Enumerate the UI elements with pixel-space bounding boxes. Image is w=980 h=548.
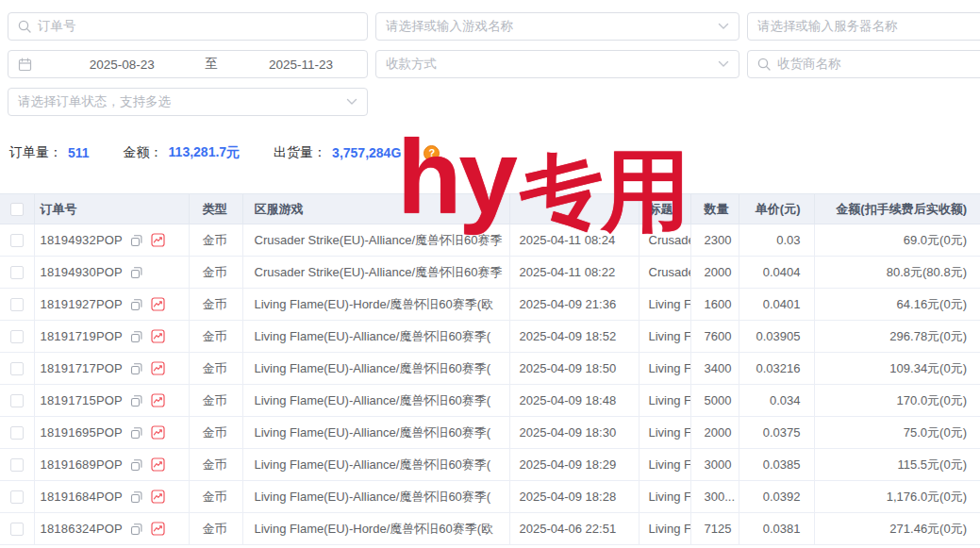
table-row: 18191715POP 金币 Living Flame(EU)-Alliance… [0,385,980,417]
quantity-cell: 5000 [690,385,739,417]
image-icon[interactable] [151,233,165,247]
type-cell: 金币 [189,449,242,481]
copy-icon[interactable] [130,490,143,504]
amount-label: 金额： [124,144,163,161]
date-separator: 至 [205,56,218,73]
title-cell: Living Flame [639,417,690,449]
row-checkbox[interactable] [10,394,24,407]
amount-cell: 271.46元(0元) [814,513,980,545]
row-checkbox[interactable] [10,330,24,343]
order-status-multiselect[interactable]: 请选择订单状态，支持多选 [8,88,368,116]
game-name-placeholder: 请选择或输入游戏名称 [386,18,513,35]
amount-cell: 170.0元(0元) [814,385,980,417]
server-name-placeholder: 请选择或输入服务器名称 [757,18,898,35]
order-number-placeholder: 订单号 [38,18,76,35]
row-checkbox[interactable] [10,234,24,247]
order-number-search-input[interactable]: 订单号 [8,12,368,41]
image-icon[interactable] [151,490,165,504]
title-cell: Living Flame [639,481,690,513]
region-game-cell: Living Flame(EU)-Alliance/魔兽怀旧60赛季( [242,321,509,353]
order-count-label: 订单量： [9,144,62,161]
order-time-cell: 2025-04-09 18:48 [509,385,639,417]
amount-cell: 75.0元(0元) [814,417,980,449]
quantity-cell: 7600 [690,321,739,353]
order-number: 18191695POP [41,425,124,440]
copy-icon[interactable] [130,330,143,343]
row-checkbox[interactable] [10,362,24,375]
type-cell: 金币 [189,289,242,321]
select-all-checkbox[interactable] [10,203,24,216]
type-cell: 金币 [189,224,242,257]
game-name-select[interactable]: 请选择或输入游戏名称 [375,12,739,41]
amount-cell: 64.16元(0元) [814,289,980,321]
copy-icon[interactable] [130,523,143,536]
date-end-value[interactable]: 2025-11-23 [244,58,357,72]
image-icon[interactable] [151,361,165,375]
amount-cell: 1,176.0元(0元) [814,481,980,513]
receiver-name-placeholder: 收货商名称 [777,56,841,73]
type-cell: 金币 [189,353,242,385]
quantity-cell: 1600 [690,289,739,321]
receiver-name-search-input[interactable]: 收货商名称 [747,50,980,78]
help-question-icon[interactable]: ? [424,145,440,161]
order-number: 18191689POP [41,457,124,472]
amount-value: 113,281.7元 [169,144,241,161]
region-game-cell: Crusader Strike(EU)-Alliance/魔兽怀旧60赛季 [242,224,509,257]
image-icon[interactable] [151,522,165,536]
order-time-cell: 2025-04-09 21:36 [509,289,639,321]
title-cell: Living Flame [639,289,690,321]
table-row: 18191719POP 金币 Living Flame(EU)-Alliance… [0,321,980,353]
title-cell: Crusader Strike [639,257,690,289]
order-number: 18194930POP [41,265,124,279]
header-order-no: 订单号 [34,194,189,224]
region-game-cell: Living Flame(EU)-Horde/魔兽怀旧60赛季(欧 [242,513,509,545]
image-icon[interactable] [151,329,165,343]
copy-icon[interactable] [130,298,143,311]
row-checkbox[interactable] [10,490,24,504]
quantity-cell: 300... [690,481,739,513]
unit-price-cell: 0.0375 [739,417,814,449]
row-checkbox[interactable] [10,426,24,440]
title-cell: Living Flame [639,353,690,385]
search-icon [18,20,31,33]
copy-icon[interactable] [130,362,143,375]
title-cell: Living Flame [639,513,690,545]
copy-icon[interactable] [130,458,143,472]
row-checkbox[interactable] [10,523,24,536]
unit-price-cell: 0.03 [739,224,814,257]
row-checkbox[interactable] [10,458,24,472]
table-row: 18194930POP 金币 Crusader Strike(EU)-Allia… [0,257,980,289]
image-icon[interactable] [151,425,165,440]
copy-icon[interactable] [130,266,143,279]
order-number: 18186324POP [41,522,124,536]
payment-method-select[interactable]: 收款方式 [375,50,739,78]
title-cell: Crusader Strike [639,224,690,257]
row-checkbox[interactable] [10,298,24,311]
copy-icon[interactable] [130,394,143,407]
copy-icon[interactable] [130,426,143,440]
date-start-value[interactable]: 2025-08-23 [65,58,178,72]
order-time-cell: 2025-04-09 18:30 [509,417,639,449]
order-time-cell: 2025-04-09 18:29 [509,449,639,481]
table-row: 18191717POP 金币 Living Flame(EU)-Alliance… [0,353,980,385]
order-time-cell: 2025-04-09 18:50 [509,353,639,385]
unit-price-cell: 0.0392 [739,481,814,513]
header-title: 标题 [639,194,690,224]
region-game-cell: Crusader Strike(EU)-Alliance/魔兽怀旧60赛季 [242,257,509,289]
quantity-cell: 2000 [690,257,739,289]
shipment-label: 出货量： [274,144,326,161]
image-icon[interactable] [151,393,165,407]
table-body: 18194932POP 金币 Crusader Strike(EU)-Allia… [0,224,980,545]
date-range-picker[interactable]: 2025-08-23 至 2025-11-23 [8,50,368,78]
image-icon[interactable] [151,457,165,472]
server-name-select[interactable]: 请选择或输入服务器名称 [747,12,980,41]
copy-icon[interactable] [130,234,143,247]
row-checkbox[interactable] [10,266,24,279]
summary-stats-bar: 订单量： 511 金额： 113,281.7元 出货量： 3,757,284G … [9,144,440,161]
quantity-cell: 3400 [690,353,739,385]
type-cell: 金币 [189,321,242,353]
image-icon[interactable] [151,297,165,311]
amount-cell: 69.0元(0元) [814,224,980,257]
table-row: 18191689POP 金币 Living Flame(EU)-Alliance… [0,449,980,481]
unit-price-cell: 0.0401 [739,289,814,321]
